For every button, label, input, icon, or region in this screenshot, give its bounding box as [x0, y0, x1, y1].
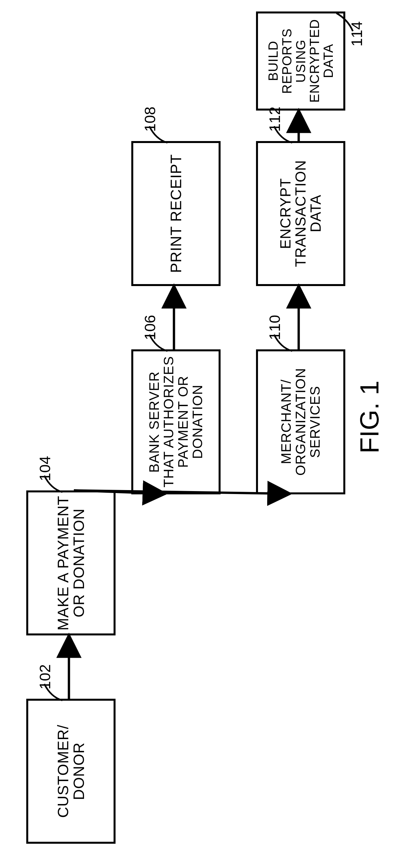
ref-108: 108 [141, 106, 159, 132]
box-encrypt-transaction: ENCRYPTTRANSACTIONDATA [256, 141, 345, 286]
box-print-receipt: PRINT RECEIPT [131, 141, 221, 286]
box-text: MAKE A PAYMENTOR DONATION [53, 493, 89, 632]
box-bank-server: BANK SERVERTHAT AUTHORIZESPAYMENT ORDONA… [131, 349, 221, 494]
box-text: MERCHANT/ORGANIZATIONSERVICES [277, 366, 324, 478]
box-text: BANK SERVERTHAT AUTHORIZESPAYMENT ORDONA… [145, 354, 207, 490]
box-customer-donor: CUSTOMER/DONOR [26, 699, 116, 844]
box-text: BUILD REPORTSUSINGENCRYPTEDDATA [264, 13, 337, 108]
box-merchant-services: MERCHANT/ORGANIZATIONSERVICES [256, 349, 345, 494]
ref-106: 106 [141, 315, 159, 340]
ref-104: 104 [36, 456, 54, 481]
box-text: ENCRYPTTRANSACTIONDATA [276, 158, 326, 269]
ref-110: 110 [266, 315, 284, 340]
box-build-reports: BUILD REPORTSUSINGENCRYPTEDDATA [256, 11, 345, 111]
box-make-payment: MAKE A PAYMENTOR DONATION [26, 490, 116, 636]
box-text: PRINT RECEIPT [166, 152, 186, 275]
ref-102: 102 [36, 664, 54, 689]
figure-label: FIG. 1 [354, 380, 385, 453]
diagram-stage: CUSTOMER/DONOR 102 MAKE A PAYMENTOR DONA… [0, 0, 407, 868]
box-text: CUSTOMER/DONOR [53, 723, 89, 820]
ref-114: 114 [348, 21, 366, 46]
